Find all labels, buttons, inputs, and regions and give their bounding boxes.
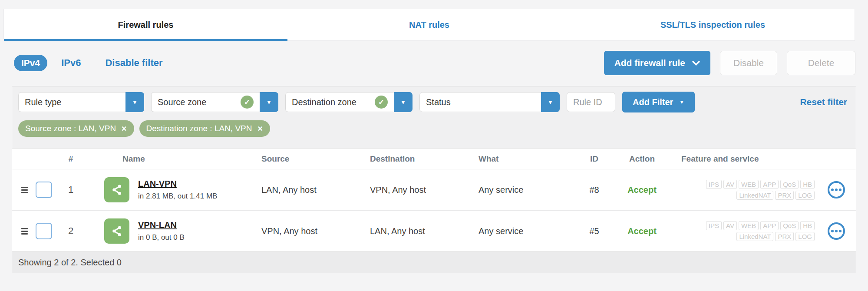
share-icon [110,183,123,196]
active-filter-chips: Source zone : LAN, VPN ✕ Destination zon… [12,117,856,148]
destination-zone-dropdown: Destination zone ✓ ▼ [285,92,413,112]
rule-action-status: Accept [615,185,669,195]
rule-type-dropdown-value[interactable]: Rule type [18,92,125,112]
filter-chip-source-zone: Source zone : LAN, VPN ✕ [18,120,134,137]
rule-id-input[interactable] [567,92,615,112]
header-action: Action [615,154,669,164]
feature-badge: WEB [739,180,759,189]
source-zone-dropdown: Source zone ✓ ▼ [151,92,278,112]
network-rule-share-icon[interactable] [104,218,129,244]
chevron-down-icon: ▼ [679,99,684,105]
rule-traffic-stats: in 0 B, out 0 B [138,233,185,242]
feature-badge: LOG [795,191,815,200]
filter-row: Rule type ▼ Source zone ✓ ▼ Destination … [12,86,856,117]
rule-type-dropdown-button[interactable]: ▼ [125,92,144,112]
feature-badge: AV [723,180,737,189]
row-menu-ellipsis-button[interactable] [828,222,845,240]
table-footer: Showing 2 of 2. Selected 0 [12,251,856,273]
table-row: 2 VPN-LAN in 0 B, out 0 B VPN, Any ho [12,210,856,251]
chevron-down-icon [692,61,700,66]
status-dropdown-value[interactable]: Status [419,92,541,112]
showing-selected-status: Showing 2 of 2. Selected 0 [18,258,122,268]
add-filter-button[interactable]: Add Filter ▼ [622,92,695,112]
rule-what: Any service [459,185,574,195]
status-dropdown-button[interactable]: ▼ [541,92,560,112]
feature-badge: IPS [706,180,722,189]
rule-destination: VPN, Any host [350,185,459,195]
header-source: Source [241,154,350,164]
table-row: 1 LAN-VPN in 2.81 MB, out 1.41 MB LAN [12,169,856,210]
rules-panel: Rule type ▼ Source zone ✓ ▼ Destination … [12,86,856,273]
ipv4-toggle[interactable]: IPv4 [14,55,47,71]
rule-name-link[interactable]: VPN-LAN [138,220,185,230]
header-feature-and-service: Feature and service [669,154,816,164]
source-zone-dropdown-value[interactable]: Source zone ✓ [151,92,260,112]
chevron-down-icon: ▼ [548,99,553,106]
rule-type-dropdown: Rule type ▼ [18,92,144,112]
row-menu-ellipsis-button[interactable] [828,181,845,198]
drag-handle-icon[interactable] [21,187,28,193]
feature-badge: QoS [780,180,799,189]
tab-ssl-tls-inspection-rules[interactable]: SSL/TLS inspection rules [571,9,855,40]
feature-badge: APP [760,180,779,189]
source-zone-dropdown-button[interactable]: ▼ [260,92,278,112]
rules-tab-bar: Firewall rules NAT rules SSL/TLS inspect… [3,9,855,41]
feature-badge: WEB [739,221,759,230]
feature-badge: HB [800,180,815,189]
rule-id: #8 [574,185,615,195]
chevron-down-icon: ▼ [266,99,272,106]
tab-nat-rules[interactable]: NAT rules [287,9,571,40]
destination-zone-dropdown-button[interactable]: ▼ [394,92,413,112]
row-checkbox[interactable] [36,223,52,239]
active-tab-underline [4,39,287,41]
add-firewall-rule-button[interactable]: Add firewall rule [604,51,710,75]
feature-badge: QoS [780,221,799,230]
chip-label: Destination zone : LAN, VPN [146,124,252,133]
header-name: Name [85,154,241,164]
chip-label: Source zone : LAN, VPN [25,124,116,133]
filter-chip-destination-zone: Destination zone : LAN, VPN ✕ [139,120,270,137]
row-number: 2 [56,225,85,237]
disable-button[interactable]: Disable [720,51,777,75]
add-filter-label: Add Filter [633,97,673,107]
feature-badge: LOG [795,232,815,241]
rule-id: #5 [574,226,615,236]
destination-zone-dropdown-value[interactable]: Destination zone ✓ [285,92,394,112]
reset-filter-link[interactable]: Reset filter [800,97,847,107]
remove-chip-icon[interactable]: ✕ [257,125,263,133]
feature-badge: IPS [706,221,722,230]
remove-chip-icon[interactable]: ✕ [121,125,127,133]
header-destination: Destination [350,154,459,164]
rule-name-link[interactable]: LAN-VPN [138,179,217,189]
delete-button[interactable]: Delete [787,51,855,75]
status-label: Status [426,97,535,107]
feature-badge: PRX [775,191,794,200]
filter-applied-check-icon: ✓ [241,96,254,109]
tab-firewall-rules[interactable]: Firewall rules [4,9,287,40]
filter-applied-check-icon: ✓ [375,96,388,109]
source-zone-label: Source zone [158,97,236,107]
add-firewall-rule-label: Add firewall rule [614,58,685,68]
header-what: What [459,154,574,164]
destination-zone-label: Destination zone [292,97,370,107]
feature-badge: HB [800,221,815,230]
disable-filter-link[interactable]: Disable filter [105,57,162,69]
feature-badge: PRX [775,232,794,241]
header-number: # [56,154,85,164]
feature-badge: AV [723,221,737,230]
rule-what: Any service [459,226,574,236]
rule-action-status: Accept [615,226,669,236]
rule-destination: LAN, Any host [350,226,459,236]
ipv6-toggle[interactable]: IPv6 [61,57,81,69]
drag-handle-icon[interactable] [21,228,28,235]
share-icon [110,225,123,238]
feature-badge: APP [760,221,779,230]
chevron-down-icon: ▼ [132,99,138,106]
status-dropdown: Status ▼ [419,92,560,112]
table-header-row: # Name Source Destination What ID Action… [12,148,856,169]
header-id: ID [574,154,615,164]
network-rule-share-icon[interactable] [104,177,129,202]
firewall-rules-page: Firewall rules NAT rules SSL/TLS inspect… [0,0,868,291]
row-checkbox[interactable] [36,182,52,198]
row-number: 1 [56,184,85,195]
